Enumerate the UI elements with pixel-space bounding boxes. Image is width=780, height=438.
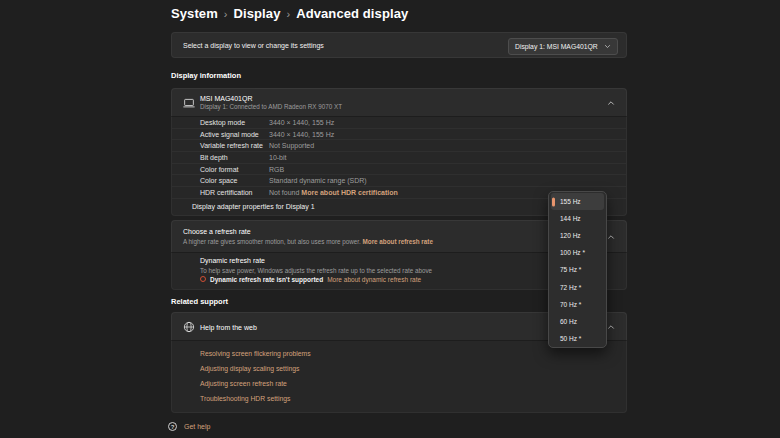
refresh-rate-option[interactable]: 50 Hz * [551,330,604,347]
detail-value: 10-bit [269,154,287,161]
chevron-up-icon [607,323,615,331]
display-information-section-label: Display information [171,71,241,80]
detail-value: 3440 × 1440, 155 Hz [269,131,334,138]
breadcrumb-chevron-icon: › [224,7,228,20]
display-select-value: Display 1: MSI MAG401QR [515,43,598,50]
detail-row: Variable refresh rate Not Supported [172,140,626,152]
more-about-hdr-certification-link[interactable]: More about HDR certification [301,189,397,196]
page-title: Advanced display [296,6,408,21]
select-display-card: Select a display to view or change its s… [171,32,627,58]
device-name: MSI MAG401QR [200,94,342,103]
breadcrumb-chevron-icon: › [286,7,290,20]
refresh-rate-option-selected[interactable]: 155 Hz [551,193,604,210]
refresh-rate-title: Choose a refresh rate [183,227,433,237]
help-link[interactable]: Resolving screen flickering problems [200,350,311,357]
select-display-label: Select a display to view or change its s… [172,42,324,49]
detail-value: RGB [269,166,284,173]
display-select-dropdown[interactable]: Display 1: MSI MAG401QR [508,38,618,55]
device-connection-subtitle: Display 1: Connected to AMD Radeon RX 90… [200,103,342,112]
more-about-dynamic-refresh-rate-link[interactable]: More about dynamic refresh rate [327,276,421,283]
breadcrumb: System › Display › Advanced display [171,4,408,22]
detail-label: Desktop mode [200,119,245,126]
refresh-rate-option[interactable]: 120 Hz [551,227,604,244]
chevron-up-icon [607,99,615,107]
detail-label: HDR certification [200,189,253,196]
refresh-rate-option[interactable]: 100 Hz * [551,244,604,261]
detail-row: Color format RGB [172,164,626,176]
chevron-down-icon [604,43,611,50]
refresh-rate-dropdown-flyout: 155 Hz 144 Hz 120 Hz 100 Hz * 75 Hz * 72… [548,191,607,348]
warning-icon [200,276,206,282]
detail-value: Not found More about HDR certification [269,189,398,196]
refresh-rate-option[interactable]: 72 Hz * [551,278,604,295]
related-support-section-label: Related support [171,297,228,306]
selection-accent-bar [552,197,555,206]
help-from-web-title: Help from the web [200,323,257,330]
status-text: Dynamic refresh rate isn't supported [210,276,323,283]
detail-label: Active signal mode [200,131,259,138]
refresh-rate-option[interactable]: 70 Hz * [551,296,604,313]
detail-row: Bit depth 10-bit [172,152,626,164]
refresh-rate-option[interactable]: 75 Hz * [551,261,604,278]
breadcrumb-display[interactable]: Display [234,6,281,21]
monitor-icon [183,97,195,109]
detail-value: Standard dynamic range (SDR) [269,177,367,184]
refresh-rate-option[interactable]: 144 Hz [551,210,604,227]
detail-value: 3440 × 1440, 155 Hz [269,119,334,126]
detail-row: Color space Standard dynamic range (SDR) [172,176,626,188]
chevron-up-icon [607,233,615,241]
dynamic-refresh-rate-subtitle: To help save power, Windows adjusts the … [200,267,432,274]
advanced-display-page: System › Display › Advanced display Sele… [0,0,780,438]
refresh-rate-subtitle: A higher rate gives smoother motion, but… [183,237,433,246]
detail-label: Color space [200,177,237,184]
question-mark-icon: ? [168,422,177,431]
detail-row: Desktop mode 3440 × 1440, 155 Hz [172,117,626,129]
help-links-section: Resolving screen flickering problems Adj… [171,340,627,413]
dynamic-refresh-rate-status: Dynamic refresh rate isn't supported Mor… [200,276,421,283]
dynamic-refresh-rate-title: Dynamic refresh rate [200,257,265,264]
detail-label: Variable refresh rate [200,142,263,149]
breadcrumb-system[interactable]: System [171,6,218,21]
detail-value: Not Supported [269,142,314,149]
detail-label: Bit depth [200,154,228,161]
help-link[interactable]: Adjusting screen refresh rate [200,380,287,387]
detail-label: Color format [200,166,239,173]
detail-row: Active signal mode 3440 × 1440, 155 Hz [172,129,626,141]
hdr-certification-value: Not found [269,189,299,196]
globe-icon [183,321,195,333]
help-link[interactable]: Troubleshooting HDR settings [200,395,290,402]
help-link[interactable]: Adjusting display scaling settings [200,365,299,372]
get-help-label: Get help [184,423,210,430]
refresh-rate-option[interactable]: 60 Hz [551,313,604,330]
more-about-refresh-rate-link[interactable]: More about refresh rate [363,238,433,245]
get-help-button[interactable]: ? Get help [168,419,210,434]
display-info-expander-header[interactable]: MSI MAG401QR Display 1: Connected to AMD… [171,88,627,116]
